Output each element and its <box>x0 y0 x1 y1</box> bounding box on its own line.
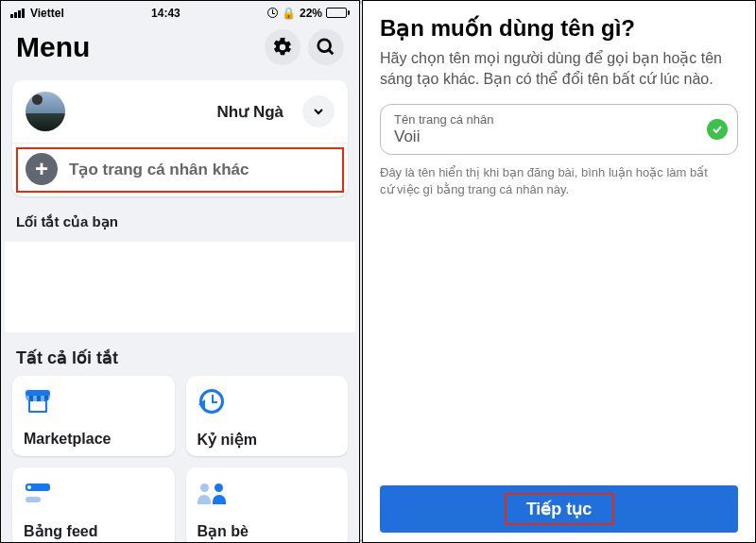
menu-header: Menu <box>1 22 359 75</box>
profile-name-input[interactable]: Tên trang cá nhân Voii <box>380 104 738 155</box>
profile-row[interactable]: Như Ngà <box>12 80 348 143</box>
helper-text: Đây là tên hiển thị khi bạn đăng bài, bì… <box>380 164 711 197</box>
valid-check-icon <box>707 119 728 140</box>
card-label: Marketplace <box>24 431 163 448</box>
svg-point-0 <box>318 40 331 52</box>
page-title: Menu <box>16 31 90 63</box>
create-profile-button[interactable]: + Tạo trang cá nhân khác <box>12 143 348 196</box>
continue-button[interactable]: Tiếp tục <box>380 485 738 533</box>
dialog-subtitle: Hãy chọn tên mọi người dùng để gọi bạn h… <box>380 48 738 89</box>
left-screenshot: Viettel 14:43 🔒 22% Menu <box>0 0 360 543</box>
shortcut-memories[interactable]: Kỷ niệm <box>186 376 349 456</box>
your-shortcuts-header: Lối tắt của bạn <box>1 196 359 234</box>
svg-line-1 <box>329 50 334 55</box>
shortcut-friends[interactable]: Bạn bè <box>186 467 349 543</box>
carrier-label: Viettel <box>30 7 64 20</box>
shortcuts-grid: Marketplace Kỷ niệm Bảng feed Bạn bè <box>1 376 359 543</box>
marketplace-icon <box>26 390 50 413</box>
input-label: Tên trang cá nhân <box>394 112 696 127</box>
chevron-down-icon <box>311 104 326 119</box>
input-value: Voii <box>394 127 696 146</box>
search-icon <box>316 37 336 58</box>
battery-icon <box>326 8 350 18</box>
orientation-lock-icon: 🔒 <box>282 7 296 20</box>
clock: 14:43 <box>151 7 180 20</box>
battery-pct: 22% <box>300 7 322 20</box>
gear-icon <box>272 37 293 58</box>
alarm-icon <box>267 8 278 18</box>
continue-label: Tiếp tục <box>526 500 593 518</box>
friends-icon <box>198 482 226 504</box>
card-label: Bạn bè <box>198 522 337 540</box>
status-bar: Viettel 14:43 🔒 22% <box>1 1 359 22</box>
card-label: Bảng feed <box>24 522 163 540</box>
shortcut-feed[interactable]: Bảng feed <box>12 467 175 543</box>
all-shortcuts-header: Tất cả lối tắt <box>1 332 359 376</box>
settings-button[interactable] <box>265 29 301 65</box>
memories-icon <box>199 389 224 414</box>
signal-icon <box>10 8 25 18</box>
avatar <box>26 92 65 131</box>
card-label: Kỷ niệm <box>198 431 337 449</box>
feed-icon <box>26 484 50 502</box>
profile-card: Như Ngà + Tạo trang cá nhân khác <box>12 80 348 196</box>
empty-area <box>5 242 355 332</box>
right-screenshot: Bạn muốn dùng tên gì? Hãy chọn tên mọi n… <box>362 0 756 543</box>
expand-profile[interactable] <box>302 95 335 127</box>
shortcut-marketplace[interactable]: Marketplace <box>12 376 175 456</box>
plus-icon: + <box>26 153 58 185</box>
dialog-heading: Bạn muốn dùng tên gì? <box>380 14 738 42</box>
search-button[interactable] <box>308 29 344 65</box>
create-profile-label: Tạo trang cá nhân khác <box>69 160 249 179</box>
profile-name: Như Ngà <box>77 102 291 122</box>
